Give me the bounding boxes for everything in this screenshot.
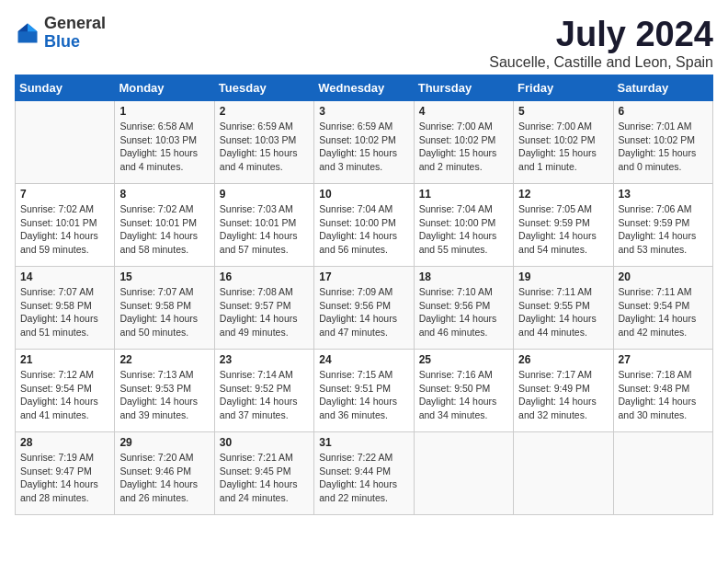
day-number: 29 [119, 436, 209, 449]
day-info: Sunrise: 7:13 AM Sunset: 9:53 PM Dayligh… [119, 368, 209, 422]
day-number: 19 [518, 270, 608, 283]
day-number: 20 [619, 270, 708, 283]
calendar-cell: 5Sunrise: 7:00 AM Sunset: 10:02 PM Dayli… [514, 101, 613, 184]
calendar-cell: 31Sunrise: 7:22 AM Sunset: 9:44 PM Dayli… [314, 432, 414, 515]
day-info: Sunrise: 7:04 AM Sunset: 10:00 PM Daylig… [419, 202, 508, 257]
page-title: July 2024 [489, 15, 713, 54]
weekday-header-cell: Thursday [414, 75, 513, 101]
weekday-header-cell: Wednesday [314, 75, 414, 101]
day-info: Sunrise: 6:59 AM Sunset: 10:02 PM Daylig… [319, 120, 408, 174]
calendar-cell: 22Sunrise: 7:13 AM Sunset: 9:53 PM Dayli… [115, 350, 214, 432]
calendar-cell: 16Sunrise: 7:08 AM Sunset: 9:57 PM Dayli… [214, 267, 313, 350]
day-info: Sunrise: 6:58 AM Sunset: 10:03 PM Daylig… [119, 120, 209, 174]
day-info: Sunrise: 7:02 AM Sunset: 10:01 PM Daylig… [20, 202, 109, 257]
day-number: 15 [119, 270, 209, 283]
weekday-header-cell: Tuesday [214, 75, 313, 101]
calendar-cell: 10Sunrise: 7:04 AM Sunset: 10:00 PM Dayl… [314, 184, 414, 267]
day-number: 17 [319, 270, 408, 283]
calendar-cell: 28Sunrise: 7:19 AM Sunset: 9:47 PM Dayli… [16, 432, 115, 515]
day-number: 16 [220, 270, 309, 283]
day-info: Sunrise: 7:05 AM Sunset: 9:59 PM Dayligh… [518, 202, 608, 257]
day-number: 23 [220, 353, 309, 366]
day-info: Sunrise: 7:20 AM Sunset: 9:46 PM Dayligh… [119, 451, 209, 505]
calendar-cell: 30Sunrise: 7:21 AM Sunset: 9:45 PM Dayli… [214, 432, 313, 515]
calendar-cell: 2Sunrise: 6:59 AM Sunset: 10:03 PM Dayli… [214, 101, 313, 184]
day-info: Sunrise: 7:00 AM Sunset: 10:02 PM Daylig… [518, 120, 608, 174]
calendar-week-row: 21Sunrise: 7:12 AM Sunset: 9:54 PM Dayli… [16, 350, 713, 432]
weekday-header-cell: Monday [115, 75, 214, 101]
day-info: Sunrise: 7:01 AM Sunset: 10:02 PM Daylig… [619, 120, 708, 174]
day-info: Sunrise: 7:00 AM Sunset: 10:02 PM Daylig… [419, 120, 508, 174]
calendar-cell: 25Sunrise: 7:16 AM Sunset: 9:50 PM Dayli… [414, 350, 513, 432]
calendar-cell: 1Sunrise: 6:58 AM Sunset: 10:03 PM Dayli… [115, 101, 214, 184]
day-info: Sunrise: 7:22 AM Sunset: 9:44 PM Dayligh… [319, 451, 408, 505]
day-number: 24 [319, 353, 408, 366]
day-info: Sunrise: 7:10 AM Sunset: 9:56 PM Dayligh… [419, 285, 508, 339]
day-number: 30 [220, 436, 309, 449]
day-number: 28 [20, 436, 109, 449]
day-number: 13 [619, 188, 708, 201]
day-info: Sunrise: 7:07 AM Sunset: 9:58 PM Dayligh… [119, 285, 209, 339]
day-info: Sunrise: 7:02 AM Sunset: 10:01 PM Daylig… [119, 202, 209, 257]
calendar-cell: 7Sunrise: 7:02 AM Sunset: 10:01 PM Dayli… [16, 184, 115, 267]
day-number: 3 [319, 105, 408, 118]
calendar-week-row: 1Sunrise: 6:58 AM Sunset: 10:03 PM Dayli… [16, 101, 713, 184]
day-number: 1 [119, 105, 209, 118]
day-number: 10 [319, 188, 408, 201]
day-info: Sunrise: 7:07 AM Sunset: 9:58 PM Dayligh… [20, 285, 109, 339]
day-info: Sunrise: 7:21 AM Sunset: 9:45 PM Dayligh… [220, 451, 309, 505]
day-info: Sunrise: 7:14 AM Sunset: 9:52 PM Dayligh… [220, 368, 309, 422]
day-number: 4 [419, 105, 508, 118]
calendar-cell: 8Sunrise: 7:02 AM Sunset: 10:01 PM Dayli… [115, 184, 214, 267]
day-info: Sunrise: 6:59 AM Sunset: 10:03 PM Daylig… [220, 120, 309, 174]
day-info: Sunrise: 7:06 AM Sunset: 9:59 PM Dayligh… [619, 202, 708, 257]
calendar-cell: 6Sunrise: 7:01 AM Sunset: 10:02 PM Dayli… [613, 101, 712, 184]
weekday-header-row: SundayMondayTuesdayWednesdayThursdayFrid… [16, 75, 713, 101]
calendar-cell: 9Sunrise: 7:03 AM Sunset: 10:01 PM Dayli… [214, 184, 313, 267]
day-info: Sunrise: 7:04 AM Sunset: 10:00 PM Daylig… [319, 202, 408, 257]
weekday-header-cell: Sunday [16, 75, 115, 101]
day-number: 25 [419, 353, 508, 366]
day-number: 9 [220, 188, 309, 201]
calendar-cell: 13Sunrise: 7:06 AM Sunset: 9:59 PM Dayli… [613, 184, 712, 267]
title-block: July 2024 Saucelle, Castille and Leon, S… [489, 15, 713, 71]
page-subtitle: Saucelle, Castille and Leon, Spain [489, 54, 713, 71]
calendar-cell [514, 432, 613, 515]
weekday-header-cell: Friday [514, 75, 613, 101]
day-number: 5 [518, 105, 608, 118]
calendar-cell: 18Sunrise: 7:10 AM Sunset: 9:56 PM Dayli… [414, 267, 513, 350]
day-info: Sunrise: 7:03 AM Sunset: 10:01 PM Daylig… [220, 202, 309, 257]
day-info: Sunrise: 7:12 AM Sunset: 9:54 PM Dayligh… [20, 368, 109, 422]
day-number: 22 [119, 353, 209, 366]
day-info: Sunrise: 7:08 AM Sunset: 9:57 PM Dayligh… [220, 285, 309, 339]
calendar-body: 1Sunrise: 6:58 AM Sunset: 10:03 PM Dayli… [16, 101, 713, 515]
logo-icon [15, 20, 40, 46]
calendar-cell: 11Sunrise: 7:04 AM Sunset: 10:00 PM Dayl… [414, 184, 513, 267]
page-header: General Blue July 2024 Saucelle, Castill… [15, 15, 713, 71]
day-number: 12 [518, 188, 608, 201]
day-number: 14 [20, 270, 109, 283]
calendar-cell: 24Sunrise: 7:15 AM Sunset: 9:51 PM Dayli… [314, 350, 414, 432]
day-number: 2 [220, 105, 309, 118]
calendar-week-row: 28Sunrise: 7:19 AM Sunset: 9:47 PM Dayli… [16, 432, 713, 515]
weekday-header-cell: Saturday [613, 75, 712, 101]
day-number: 18 [419, 270, 508, 283]
calendar-cell [414, 432, 513, 515]
logo-general-text: General [44, 14, 106, 32]
day-info: Sunrise: 7:17 AM Sunset: 9:49 PM Dayligh… [518, 368, 608, 422]
day-info: Sunrise: 7:11 AM Sunset: 9:54 PM Dayligh… [619, 285, 708, 339]
day-number: 11 [419, 188, 508, 201]
calendar-cell: 4Sunrise: 7:00 AM Sunset: 10:02 PM Dayli… [414, 101, 513, 184]
day-info: Sunrise: 7:09 AM Sunset: 9:56 PM Dayligh… [319, 285, 408, 339]
day-number: 31 [319, 436, 408, 449]
calendar-cell: 15Sunrise: 7:07 AM Sunset: 9:58 PM Dayli… [115, 267, 214, 350]
day-number: 26 [518, 353, 608, 366]
day-number: 8 [119, 188, 209, 201]
calendar-cell: 19Sunrise: 7:11 AM Sunset: 9:55 PM Dayli… [514, 267, 613, 350]
calendar-week-row: 14Sunrise: 7:07 AM Sunset: 9:58 PM Dayli… [16, 267, 713, 350]
calendar-cell: 21Sunrise: 7:12 AM Sunset: 9:54 PM Dayli… [16, 350, 115, 432]
calendar-week-row: 7Sunrise: 7:02 AM Sunset: 10:01 PM Dayli… [16, 184, 713, 267]
day-number: 27 [619, 353, 708, 366]
svg-marker-1 [28, 23, 38, 31]
svg-marker-2 [18, 23, 28, 31]
